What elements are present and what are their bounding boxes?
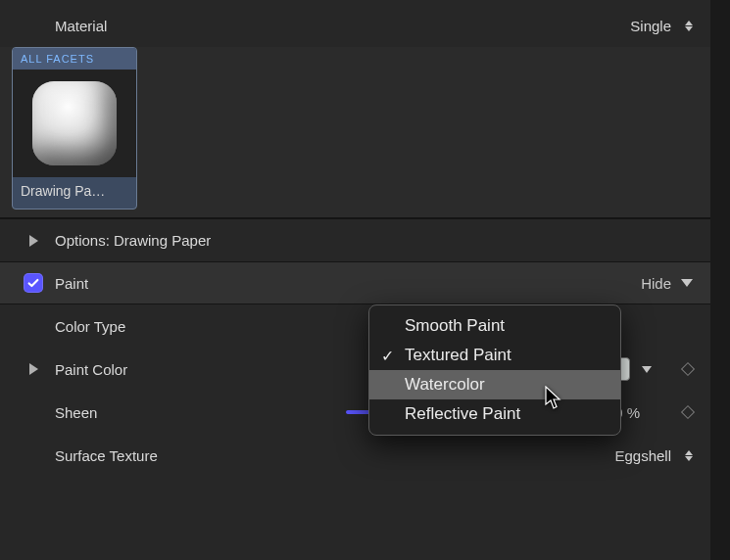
material-value: Single — [630, 18, 671, 34]
menu-item[interactable]: Watercolor — [369, 370, 620, 399]
facet-tile-header: All Facets — [13, 48, 136, 70]
facets-strip: All Facets Drawing Pa… — [0, 47, 710, 218]
menu-item-label: Smooth Paint — [405, 316, 505, 335]
facet-tile[interactable]: All Facets Drawing Pa… — [12, 47, 137, 210]
options-label: Options: Drawing Paper — [55, 232, 211, 249]
paint-checkbox[interactable] — [24, 273, 43, 293]
color-type-menu[interactable]: Smooth Paint✓Textured PaintWatercolorRef… — [368, 304, 621, 436]
sheen-label: Sheen — [55, 404, 97, 421]
paint-color-label: Paint Color — [55, 361, 127, 378]
menu-item-label: Textured Paint — [405, 346, 511, 364]
surface-texture-popup[interactable]: Eggshell — [614, 447, 693, 464]
scrollbar[interactable] — [710, 0, 730, 560]
disclosure-triangle-icon[interactable] — [29, 235, 38, 247]
keyframe-diamond-icon[interactable] — [681, 362, 695, 376]
options-row[interactable]: Options: Drawing Paper — [0, 218, 710, 261]
popup-arrows-icon — [685, 450, 693, 461]
surface-texture-value: Eggshell — [614, 447, 671, 464]
keyframe-diamond-icon[interactable] — [681, 405, 695, 419]
surface-texture-label: Surface Texture — [55, 447, 158, 464]
facet-thumbnail — [13, 70, 136, 177]
material-label: Material — [55, 18, 107, 34]
facet-tile-name: Drawing Pa… — [13, 177, 136, 209]
paint-section-header: Paint Hide — [0, 261, 710, 304]
material-popup[interactable]: Single — [630, 18, 693, 34]
paint-hide-button[interactable]: Hide — [641, 275, 693, 292]
menu-item-label: Watercolor — [405, 375, 485, 394]
paint-label: Paint — [55, 275, 88, 292]
menu-item[interactable]: Reflective Paint — [369, 399, 620, 429]
color-type-label: Color Type — [55, 318, 125, 335]
check-icon — [26, 276, 40, 290]
check-icon: ✓ — [381, 346, 394, 367]
chevron-down-icon — [681, 279, 693, 287]
disclosure-triangle-icon[interactable] — [29, 363, 38, 375]
menu-item[interactable]: ✓Textured Paint — [369, 341, 620, 370]
material-preview-icon — [32, 81, 117, 165]
surface-texture-row: Surface Texture Eggshell — [0, 434, 710, 477]
hide-label: Hide — [641, 275, 671, 292]
swatch-chevron-icon[interactable] — [642, 366, 652, 373]
material-row: Material Single — [0, 0, 710, 47]
menu-item[interactable]: Smooth Paint — [369, 311, 620, 341]
popup-arrows-icon — [685, 21, 693, 31]
menu-item-label: Reflective Paint — [405, 404, 520, 423]
